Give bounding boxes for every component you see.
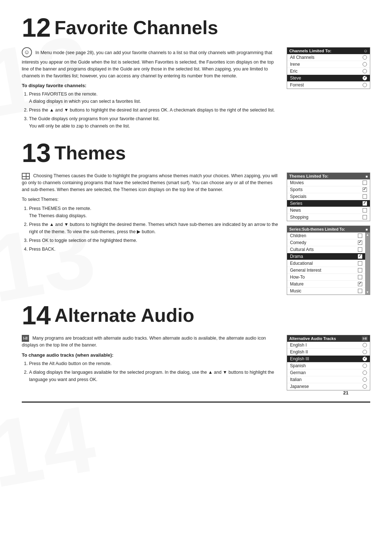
- audio-icon: I-II: [22, 335, 29, 342]
- audio-radio-italian: [363, 377, 367, 382]
- subtheme-check-children: [358, 234, 362, 238]
- channel-row-steve[interactable]: Steve: [287, 75, 370, 82]
- subtheme-label-music: Music: [290, 288, 301, 293]
- theme-label-shopping: Shopping: [290, 215, 309, 220]
- subtheme-row-children[interactable]: Children: [287, 232, 365, 239]
- channel-row-forrest[interactable]: Forrest: [287, 82, 370, 89]
- chapter-14-body: I-II Many programs are broadcast with al…: [22, 335, 370, 390]
- audio-label-german: German: [290, 370, 306, 375]
- chapter-12-text: ☺ In Menu mode (see page 28), you can ad…: [22, 47, 278, 133]
- channel-radio-irene: [363, 62, 367, 66]
- chapter-12-title: Favorite Channels: [54, 17, 218, 39]
- audio-radio-english3: [363, 357, 367, 361]
- chapter-13-header: 13 Themes: [22, 140, 370, 166]
- theme-row-shopping[interactable]: Shopping: [287, 214, 370, 221]
- subtheme-label-educational: Educational: [290, 261, 313, 266]
- theme-check-movies: [363, 181, 367, 185]
- audio-label-italian: Italian: [290, 377, 302, 382]
- subtheme-row-general[interactable]: General Interest: [287, 267, 365, 274]
- audio-row-spanish[interactable]: Spanish: [287, 362, 370, 369]
- subtheme-label-howto: How-To: [290, 275, 305, 280]
- theme-row-sports[interactable]: Sports: [287, 186, 370, 193]
- subtheme-check-music: [358, 289, 362, 293]
- scroll-down-arrow: ▼: [366, 291, 369, 294]
- theme-check-specials: [363, 194, 367, 199]
- subthemes-header-label: Series:Sub-themes Limited To:: [289, 227, 345, 231]
- theme-row-movies[interactable]: Movies: [287, 179, 370, 186]
- subtheme-row-music[interactable]: Music: [287, 288, 365, 295]
- audio-row-italian[interactable]: Italian: [287, 376, 370, 383]
- channel-label-eric: Eric: [290, 69, 298, 74]
- audio-label-english3: English III: [290, 356, 309, 361]
- theme-check-sports: [363, 187, 367, 192]
- themes-header-icon: ■: [366, 174, 368, 178]
- channel-radio-all: [363, 55, 367, 60]
- subthemes-scroll-area: Children Comedy Cultural Arts: [287, 232, 370, 295]
- subthemes-scrollbar[interactable]: ▲ ▼: [365, 232, 370, 295]
- chapter-14-step-2: A dialog displays the languages availabl…: [29, 369, 278, 383]
- chapter-13-step-1: Press THEMES on the remote. The Themes d…: [29, 205, 278, 219]
- channel-row-eric[interactable]: Eric: [287, 68, 370, 75]
- subtheme-row-howto[interactable]: How-To: [287, 274, 365, 281]
- themes-dialog-header: Themes Limited To: ■: [287, 173, 370, 179]
- subtheme-row-drama[interactable]: Drama: [287, 253, 365, 260]
- theme-row-series[interactable]: Series: [287, 200, 370, 207]
- subtheme-check-drama: [358, 254, 362, 259]
- bottom-divider: [22, 401, 370, 403]
- theme-row-news[interactable]: News: [287, 207, 370, 214]
- subtheme-row-comedy[interactable]: Comedy: [287, 239, 365, 246]
- subtheme-check-howto: [358, 275, 362, 279]
- subtheme-label-general: General Interest: [290, 268, 321, 273]
- theme-label-sports: Sports: [290, 187, 303, 192]
- subtheme-row-educational[interactable]: Educational: [287, 260, 365, 267]
- chapter-14-steps: Press the Alt Audio button on the remote…: [22, 360, 278, 383]
- subtheme-label-drama: Drama: [290, 254, 303, 259]
- chapter-12-step-2: Press the ▲ and ▼ buttons to highlight t…: [29, 106, 278, 114]
- audio-header-icon: I-II: [362, 336, 368, 341]
- chapter-13: 13 Themes Choosing Themes causes the Gui…: [22, 140, 370, 295]
- subtheme-check-general: [358, 268, 362, 272]
- channel-radio-steve: [363, 76, 367, 80]
- themes-icon: [22, 173, 30, 179]
- audio-label-english2: English II: [290, 349, 308, 355]
- subtheme-row-mature[interactable]: Mature: [287, 281, 365, 288]
- channel-radio-eric: [363, 69, 367, 73]
- theme-check-series: [363, 201, 367, 206]
- theme-row-specials[interactable]: Specials: [287, 193, 370, 200]
- themes-dialog: Themes Limited To: ■ Movies Sports S: [287, 173, 370, 221]
- subtheme-label-comedy: Comedy: [290, 240, 306, 245]
- audio-row-english2[interactable]: English II: [287, 349, 370, 356]
- audio-row-german[interactable]: German: [287, 369, 370, 376]
- chapter-12-intro: ☺ In Menu mode (see page 28), you can ad…: [22, 47, 278, 79]
- channel-label-irene: Irene: [290, 62, 300, 67]
- audio-row-english1[interactable]: English I: [287, 342, 370, 349]
- chapter-14: 14 Alternate Audio I-II Many programs ar…: [22, 302, 370, 390]
- chapter-13-steps: Press THEMES on the remote. The Themes d…: [22, 205, 278, 253]
- channel-label-all: All Channels: [290, 55, 314, 60]
- channels-limited-panel: Channels Limited To: ☺ All Channels Iren…: [287, 47, 370, 133]
- themes-header-label: Themes Limited To:: [289, 174, 328, 178]
- chapter-14-number: 14: [22, 302, 51, 328]
- chapter-12-step-3: The Guide displays only programs from yo…: [29, 115, 278, 130]
- channel-row-irene[interactable]: Irene: [287, 61, 370, 68]
- chapter-12: 12 Favorite Channels ☺ In Menu mode (see…: [22, 15, 370, 133]
- chapter-13-step-2: Press the ▲ and ▼ buttons to highlight t…: [29, 221, 278, 235]
- channel-label-steve: Steve: [290, 76, 301, 81]
- page-number: 21: [343, 390, 348, 396]
- audio-row-japanese[interactable]: Japanese: [287, 383, 370, 390]
- chapter-12-number: 12: [22, 15, 51, 41]
- select-themes-label: To select Themes:: [22, 197, 278, 202]
- subtheme-row-cultural[interactable]: Cultural Arts: [287, 246, 365, 253]
- chapter-14-step-1: Press the Alt Audio button on the remote…: [29, 360, 278, 367]
- audio-row-english3[interactable]: English III: [287, 356, 370, 362]
- change-audio-label: To change audio tracks (when available):: [22, 352, 278, 358]
- chapter-14-text: I-II Many programs are broadcast with al…: [22, 335, 278, 390]
- scroll-up-arrow: ▲: [366, 233, 369, 236]
- channel-row-all[interactable]: All Channels: [287, 54, 370, 61]
- channels-header-label: Channels Limited To:: [289, 49, 331, 53]
- audio-radio-english2: [363, 350, 367, 354]
- theme-check-shopping: [363, 215, 367, 219]
- chapter-13-title: Themes: [54, 142, 126, 164]
- audio-radio-japanese: [363, 384, 367, 389]
- chapter-12-body: ☺ In Menu mode (see page 28), you can ad…: [22, 47, 370, 133]
